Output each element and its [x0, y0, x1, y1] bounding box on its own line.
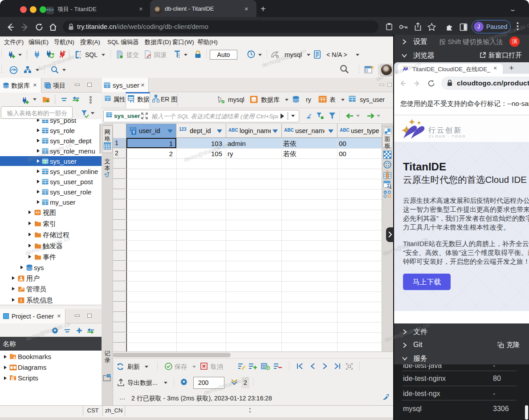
- svg-text:«T: «T: [104, 172, 110, 177]
- svg-text:i: i: [20, 298, 22, 303]
